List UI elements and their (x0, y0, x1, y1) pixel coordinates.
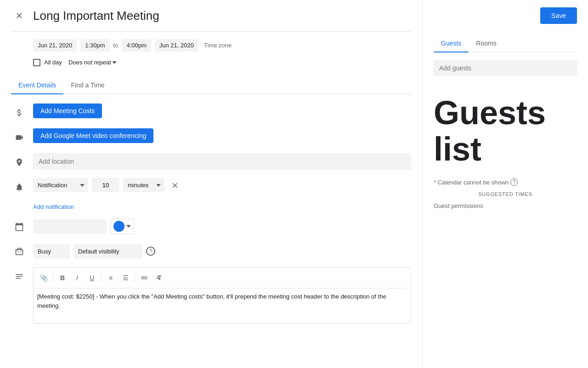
allday-checkbox[interactable] (33, 59, 40, 66)
repeat-dropdown[interactable]: Does not repeat (66, 57, 119, 68)
tab-event-details[interactable]: Event Details (11, 77, 63, 94)
calendar-notice: * Calendar cannot be shown ? (434, 178, 577, 186)
attach-button[interactable]: 📎 (37, 271, 50, 284)
timezone-link[interactable]: Time zone (204, 42, 232, 49)
toolbar-sep-1 (53, 274, 53, 282)
cost-icon (11, 104, 28, 121)
guests-list-label: Guestslist (434, 95, 577, 167)
status-help-icon[interactable]: ? (146, 247, 155, 256)
link-button[interactable] (138, 271, 151, 284)
color-dropdown[interactable] (110, 218, 134, 234)
briefcase-icon (11, 243, 28, 260)
toolbar-sep-3 (135, 274, 135, 282)
event-tabs: Event Details Find a Time (11, 77, 411, 94)
end-time-button[interactable]: 4:00pm (122, 39, 151, 52)
notification-icon (11, 179, 28, 196)
bold-button[interactable]: B (56, 271, 69, 284)
chevron-down-icon (112, 61, 117, 64)
repeat-label: Does not repeat (68, 59, 111, 66)
add-google-meet-button[interactable]: Add Google Meet video conferencing (33, 128, 153, 143)
time-separator: to (113, 42, 119, 49)
allday-label: All day (44, 59, 62, 66)
right-panel-tabs: Guests Rooms (434, 35, 577, 52)
description-icon (11, 268, 28, 285)
italic-button[interactable]: I (71, 271, 84, 284)
color-circle (113, 221, 124, 232)
close-button[interactable] (11, 7, 28, 24)
calendar-select[interactable] (33, 219, 107, 234)
start-date-button[interactable]: Jun 21, 2020 (33, 39, 77, 52)
suggested-times-label: SUGGESTED TIMES (434, 191, 577, 197)
close-icon (15, 11, 24, 20)
meet-icon (11, 129, 28, 146)
location-icon (11, 154, 28, 171)
underline-button[interactable]: U (85, 271, 98, 284)
add-guests-input[interactable] (434, 60, 577, 76)
notification-unit-select[interactable]: minutes (123, 178, 164, 192)
calendar-icon (11, 218, 28, 235)
tab-find-a-time[interactable]: Find a Time (63, 77, 112, 94)
add-notification-link[interactable]: Add notification (33, 203, 74, 210)
description-area: 📎 B I U ≡ ☰ [Meeting cost: $2 (33, 267, 411, 324)
start-time-button[interactable]: 1:30pm (80, 39, 109, 52)
remove-notification-button[interactable] (168, 178, 182, 192)
guest-permissions-label: Guest permissions (434, 202, 577, 209)
tab-guests[interactable]: Guests (434, 35, 469, 52)
event-title-input[interactable] (33, 9, 411, 23)
location-input[interactable] (33, 153, 411, 170)
notification-type-select[interactable]: Notification (33, 178, 88, 192)
add-meeting-costs-button[interactable]: Add Meeting Costs (33, 104, 102, 118)
remove-formatting-button[interactable] (153, 271, 165, 284)
visibility-select[interactable]: Default visibility (74, 244, 142, 259)
status-busy-select[interactable]: Busy (33, 244, 70, 259)
close-small-icon (171, 181, 179, 190)
calendar-notice-help-icon[interactable]: ? (510, 178, 518, 186)
description-toolbar: 📎 B I U ≡ ☰ (37, 271, 407, 288)
ordered-list-button[interactable]: ≡ (104, 271, 117, 284)
notification-value-input[interactable] (92, 178, 119, 192)
save-button[interactable]: Save (540, 7, 577, 24)
tab-rooms[interactable]: Rooms (469, 35, 503, 52)
unordered-list-button[interactable]: ☰ (119, 271, 132, 284)
end-date-button[interactable]: Jun 21, 2020 (155, 39, 198, 52)
description-text[interactable]: [Meeting cost: $2250] - When you click t… (37, 292, 407, 320)
color-chevron-icon (126, 225, 131, 228)
toolbar-sep-2 (101, 274, 102, 282)
